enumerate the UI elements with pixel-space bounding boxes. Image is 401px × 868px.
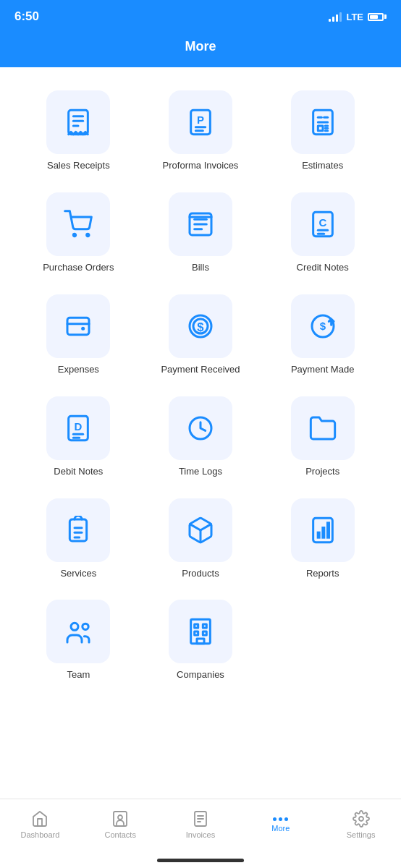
bills-label: Bills (192, 262, 209, 274)
folder-icon (308, 414, 337, 443)
nav-item-contacts[interactable]: Contacts (80, 799, 161, 844)
svg-rect-52 (195, 631, 198, 635)
grid-item-sales-receipts[interactable]: Sales Receipts (17, 82, 140, 184)
battery-icon (368, 13, 387, 21)
credit-notes-label: Credit Notes (297, 262, 349, 274)
estimates-icon-box (291, 90, 355, 154)
nav-invoices-label: Invoices (186, 830, 215, 839)
services-label: Services (60, 568, 96, 580)
nav-item-dashboard[interactable]: Dashboard (0, 799, 80, 844)
header-title: More (185, 39, 216, 54)
nav-item-invoices[interactable]: Invoices (161, 799, 241, 844)
invoices-icon (192, 810, 209, 827)
home-indicator (0, 859, 401, 868)
header: More (0, 32, 401, 67)
grid-item-projects[interactable]: Projects (261, 388, 384, 490)
grid-item-credit-notes[interactable]: C Credit Notes (261, 184, 384, 286)
credit-notes-icon-box: C (291, 192, 355, 256)
projects-icon-box (291, 396, 355, 460)
projects-label: Projects (305, 466, 339, 478)
purchase-orders-icon-box (46, 192, 110, 256)
grid-item-expenses[interactable]: Expenses (17, 286, 140, 388)
team-icon-box (46, 600, 110, 663)
time-logs-icon-box (169, 396, 232, 460)
grid-item-products[interactable]: Products (140, 490, 262, 592)
receipt-icon (64, 108, 93, 137)
svg-text:D: D (75, 420, 83, 433)
services-icon-box (46, 498, 110, 562)
bottom-nav: Dashboard Contacts Invoices More Setting… (0, 799, 401, 859)
home-icon (31, 810, 48, 827)
grid-item-estimates[interactable]: Estimates (261, 82, 384, 184)
cart-icon (64, 210, 93, 239)
grid-item-companies[interactable]: Companies (140, 591, 262, 693)
svg-point-27 (81, 327, 85, 331)
menu-grid: Sales Receipts P Proforma Invoices (17, 82, 384, 693)
payment-received-label: Payment Received (161, 364, 240, 376)
products-icon-box (169, 498, 232, 562)
grid-item-services[interactable]: Services (17, 490, 140, 592)
estimates-icon (308, 108, 337, 137)
debit-notes-icon-box: D (46, 396, 110, 460)
payment-made-icon-box: $ (291, 294, 355, 358)
grid-item-team[interactable]: Team (17, 591, 140, 693)
svg-rect-50 (195, 624, 198, 628)
team-label: Team (67, 669, 90, 681)
svg-point-17 (87, 234, 89, 236)
clock-icon (186, 414, 215, 443)
debitnotes-icon: D (64, 414, 93, 443)
lte-label: LTE (346, 12, 363, 22)
svg-text:C: C (318, 216, 326, 229)
reports-label: Reports (306, 568, 339, 580)
products-label: Products (182, 568, 219, 580)
home-bar (157, 859, 244, 862)
main-content: Sales Receipts P Proforma Invoices (0, 67, 401, 799)
expenses-icon-box (46, 294, 110, 358)
settings-icon (353, 810, 370, 827)
proforma-invoices-label: Proforma Invoices (163, 160, 239, 172)
nav-settings-label: Settings (347, 830, 376, 839)
svg-rect-12 (318, 126, 323, 131)
proforma-invoices-icon-box: P (169, 90, 232, 154)
nav-item-settings[interactable]: Settings (321, 799, 401, 844)
svg-text:$: $ (197, 320, 204, 333)
svg-rect-55 (114, 812, 127, 826)
companies-icon-box (169, 600, 232, 663)
nav-contacts-label: Contacts (104, 830, 135, 839)
bills-icon-box (169, 192, 232, 256)
payreceived-icon: $ (186, 312, 215, 341)
team-icon (64, 617, 93, 646)
status-bar: 6:50 LTE (0, 0, 401, 32)
expenses-label: Expenses (58, 364, 99, 376)
estimates-label: Estimates (302, 160, 343, 172)
svg-rect-44 (316, 531, 320, 538)
svg-rect-51 (203, 624, 206, 628)
grid-item-proforma-invoices[interactable]: P Proforma Invoices (140, 82, 262, 184)
sales-receipts-label: Sales Receipts (47, 160, 110, 172)
nav-dashboard-label: Dashboard (20, 830, 59, 839)
grid-item-bills[interactable]: Bills (140, 184, 262, 286)
companies-label: Companies (177, 669, 224, 681)
svg-rect-53 (203, 631, 206, 635)
grid-item-payment-made[interactable]: $ Payment Made (261, 286, 384, 388)
grid-item-debit-notes[interactable]: D Debit Notes (17, 388, 140, 490)
sales-receipts-icon-box (46, 90, 110, 154)
creditnotes-icon: C (308, 210, 337, 239)
companies-icon (186, 617, 215, 646)
nav-item-more[interactable]: More (240, 799, 321, 844)
box-icon (186, 516, 215, 545)
grid-item-time-logs[interactable]: Time Logs (140, 388, 262, 490)
bills-icon (186, 210, 215, 239)
svg-point-47 (71, 624, 78, 631)
wallet-icon (64, 312, 93, 341)
grid-item-reports[interactable]: Reports (261, 490, 384, 592)
barchart-icon (308, 516, 337, 545)
reports-icon-box (291, 498, 355, 562)
svg-point-16 (74, 234, 76, 236)
purchase-orders-label: Purchase Orders (43, 262, 114, 274)
debit-notes-label: Debit Notes (54, 466, 103, 478)
svg-point-56 (118, 815, 122, 820)
grid-item-payment-received[interactable]: $ Payment Received (140, 286, 262, 388)
proforma-icon: P (186, 108, 215, 137)
grid-item-purchase-orders[interactable]: Purchase Orders (17, 184, 140, 286)
